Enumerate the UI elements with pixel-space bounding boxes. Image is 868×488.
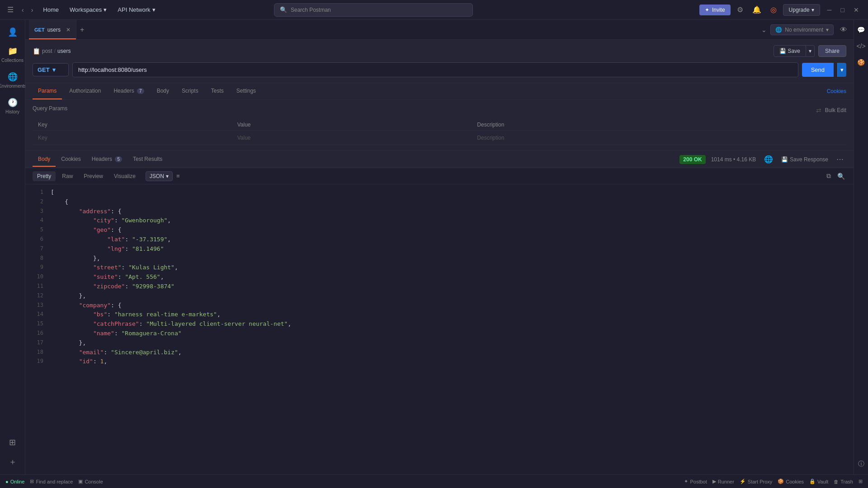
params-value-input[interactable]: Value [232, 131, 472, 145]
workspaces-menu[interactable]: Workspaces ▾ [66, 5, 110, 15]
cookies-link[interactable]: Cookies [827, 88, 846, 94]
json-line-12: 12 }, [25, 291, 854, 301]
forward-arrow-icon[interactable]: › [28, 5, 36, 15]
save-button[interactable]: 💾 Save [774, 45, 806, 57]
api-network-chevron-icon: ▾ [152, 6, 156, 13]
method-selector[interactable]: GET ▾ [33, 63, 69, 76]
json-line-1: 1 [ [25, 188, 854, 197]
send-dropdown-button[interactable]: ▾ [837, 63, 846, 77]
tab-params[interactable]: Params [33, 83, 62, 99]
target-icon[interactable]: ◎ [768, 4, 779, 16]
bulk-edit-button[interactable]: Bulk Edit [825, 107, 846, 113]
maximize-button[interactable]: □ [837, 5, 848, 15]
tab-scripts[interactable]: Scripts [176, 83, 204, 99]
bottom-bar: ● Online ⊞ Find and replace ▣ Console ✦ … [0, 474, 868, 488]
resp-tab-test-results[interactable]: Test Results [127, 152, 168, 167]
environments-icon: 🌐 [8, 72, 18, 82]
resp-tab-headers[interactable]: Headers 5 [86, 152, 127, 167]
tab-settings[interactable]: Settings [231, 83, 261, 99]
cookies-button[interactable]: 🍪 Cookies [778, 479, 804, 484]
globe-icon[interactable]: 🌐 [761, 153, 776, 165]
json-line-17: 17 }, [25, 338, 854, 348]
params-key-input[interactable]: Key [33, 131, 232, 145]
tab-get-users[interactable]: GET users ✕ [29, 20, 76, 39]
tab-body[interactable]: Body [151, 83, 175, 99]
grid-icon: ⊞ [859, 479, 863, 484]
runner-button[interactable]: ▶ Runner [712, 479, 734, 484]
sidebar-item-add[interactable]: ＋ [0, 453, 25, 471]
sidebar-item-workspaces[interactable]: ⊞ [0, 434, 25, 451]
search-response-icon[interactable]: 🔍 [836, 171, 846, 181]
filter-icon[interactable]: ≡ [175, 171, 182, 181]
invite-button[interactable]: ✦ Invite [699, 5, 731, 15]
resp-tab-body[interactable]: Body [33, 152, 56, 167]
env-chevron-icon: ▾ [826, 27, 829, 33]
trash-label: Trash [840, 479, 853, 484]
online-dot-icon: ● [5, 479, 9, 484]
tab-tests[interactable]: Tests [206, 83, 229, 99]
right-info-icon[interactable]: ⓘ [855, 457, 867, 471]
right-cookie-icon[interactable]: 🍪 [854, 56, 868, 69]
home-link[interactable]: Home [39, 5, 62, 15]
send-button[interactable]: Send [802, 63, 834, 77]
eye-icon[interactable]: 👁 [837, 24, 850, 36]
col-key-header: Key [33, 119, 232, 131]
history-icon: 🕐 [8, 98, 18, 108]
sidebar-item-history[interactable]: 🕐 History [0, 94, 25, 118]
start-proxy-button[interactable]: ⚡ Start Proxy [740, 479, 772, 484]
vault-label: Vault [817, 479, 828, 484]
response-actions: ⧉ 🔍 [825, 171, 846, 181]
format-pretty[interactable]: Pretty [33, 171, 56, 181]
right-comment-icon[interactable]: 💬 [854, 23, 868, 36]
vault-button[interactable]: 🔒 Vault [809, 479, 828, 484]
environment-selector[interactable]: 🌐 No environment ▾ [770, 24, 834, 35]
tab-authorization[interactable]: Authorization [64, 83, 106, 99]
tab-chevron-icon[interactable]: ⌄ [761, 26, 767, 33]
right-code-icon[interactable]: </> [854, 40, 868, 52]
tab-close-icon[interactable]: ✕ [66, 27, 71, 33]
more-options-icon[interactable]: ⋯ [834, 153, 846, 165]
url-input[interactable] [72, 62, 798, 77]
resp-tab-cookies[interactable]: Cookies [56, 152, 86, 167]
breadcrumb-separator: / [54, 48, 56, 54]
tab-headers[interactable]: Headers 7 [108, 83, 149, 99]
grid-button[interactable]: ⊞ [859, 479, 863, 484]
response-time-value: 1014 ms [711, 156, 732, 163]
console-button[interactable]: ▣ Console [78, 479, 103, 484]
postbot-button[interactable]: ✦ Postbot [684, 479, 707, 484]
save-dropdown-button[interactable]: ▾ [806, 45, 815, 57]
json-format-selector[interactable]: JSON ▾ [146, 171, 173, 181]
json-line-5: 5 "geo": { [25, 225, 854, 235]
copy-icon[interactable]: ⧉ [825, 171, 832, 181]
bell-icon[interactable]: 🔔 [750, 4, 764, 16]
format-preview[interactable]: Preview [79, 171, 108, 181]
sidebar-item-environments[interactable]: 🌐 Environments [0, 68, 25, 92]
workspaces-chevron-icon: ▾ [104, 6, 107, 13]
top-bar-right: ✦ Invite ⚙ 🔔 ◎ Upgrade ▾ ─ □ ✕ [699, 4, 863, 16]
settings-icon[interactable]: ⚙ [734, 4, 746, 16]
format-visualize[interactable]: Visualize [109, 171, 140, 181]
trash-icon: 🗑 [834, 479, 839, 484]
save-response-button[interactable]: 💾 Save Response [781, 156, 828, 163]
sidebar-item-collections[interactable]: 📁 Collections [0, 42, 25, 66]
response-time: 1014 ms • 4.16 KB [711, 156, 756, 163]
hamburger-icon[interactable]: ☰ [5, 4, 15, 16]
json-line-3: 3 "address": { [25, 207, 854, 216]
share-button[interactable]: Share [818, 45, 846, 57]
trash-button[interactable]: 🗑 Trash [834, 479, 853, 484]
tab-add-button[interactable]: + [76, 24, 88, 36]
invite-icon: ✦ [705, 7, 709, 13]
upgrade-button[interactable]: Upgrade ▾ [783, 4, 820, 16]
find-replace-button[interactable]: ⊞ Find and replace [30, 479, 73, 484]
json-format-label: JSON [150, 173, 164, 179]
minimize-button[interactable]: ─ [824, 5, 835, 15]
back-arrow-icon[interactable]: ‹ [19, 5, 27, 15]
api-network-menu[interactable]: API Network ▾ [114, 5, 159, 15]
save-response-label: Save Response [790, 156, 828, 163]
sidebar-item-user[interactable]: 👤 [0, 23, 25, 41]
format-raw[interactable]: Raw [57, 171, 77, 181]
params-description-input[interactable]: Description [472, 131, 846, 145]
online-label: Online [10, 479, 25, 484]
search-bar[interactable]: 🔍 Search Postman [274, 3, 473, 17]
close-button[interactable]: ✕ [850, 5, 863, 15]
